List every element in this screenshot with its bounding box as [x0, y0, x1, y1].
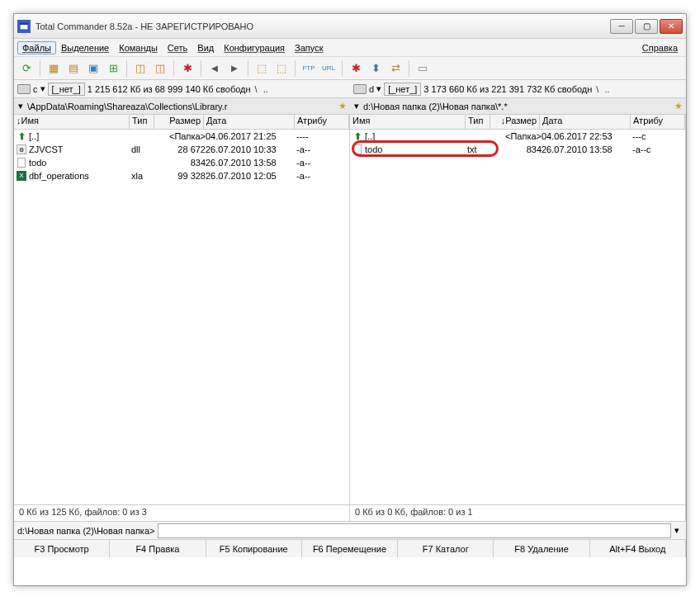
col-ext[interactable]: Тип — [466, 115, 490, 129]
f5-button[interactable]: F5 Копирование — [206, 540, 302, 557]
window-title: Total Commander 8.52a - НЕ ЗАРЕГИСТРИРОВ… — [35, 21, 610, 31]
file-name: todo — [29, 158, 131, 168]
file-date: 26.07.2010 13:58 — [542, 144, 632, 154]
drive-left-dropdown[interactable]: ▾ — [40, 83, 45, 94]
file-name: [..] — [365, 131, 467, 141]
file-name: dbf_operations — [29, 171, 131, 181]
menu-select[interactable]: Выделение — [56, 41, 114, 54]
cmdline-dropdown[interactable]: ▾ — [671, 525, 683, 536]
col-name[interactable]: Имя — [350, 115, 466, 129]
drive-left-free: 1 215 612 Кб из 68 999 140 Кб свободн — [88, 84, 251, 94]
file-size: 834 — [156, 158, 206, 168]
title-bar[interactable]: Total Commander 8.52a - НЕ ЗАРЕГИСТРИРОВ… — [14, 14, 686, 39]
file-name: todo — [365, 144, 467, 154]
invert-icon[interactable]: ✱ — [178, 59, 196, 78]
close-button[interactable]: ✕ — [660, 19, 683, 34]
file-date: 04.06.2017 21:25 — [206, 131, 296, 141]
view-brief-icon[interactable]: ▦ — [45, 59, 63, 78]
file-name: [..] — [29, 131, 131, 141]
menu-net[interactable]: Сеть — [163, 41, 192, 54]
file-ext: xla — [131, 171, 156, 181]
file-row[interactable]: ⬆[..]<Папка>04.06.2017 21:25---- — [14, 130, 349, 143]
multirename-icon[interactable]: ⬍ — [367, 59, 385, 78]
search-icon[interactable]: ✱ — [347, 59, 365, 78]
forward-icon[interactable]: ► — [225, 59, 244, 78]
maximize-button[interactable]: ▢ — [635, 19, 658, 34]
left-panel: ↓Имя Тип Размер Дата Атрибу ⬆[..]<Папка>… — [14, 115, 350, 504]
menu-commands[interactable]: Команды — [114, 41, 163, 54]
col-date[interactable]: Дата — [204, 115, 295, 129]
col-ext[interactable]: Тип — [130, 115, 154, 129]
favorite-left-icon[interactable]: ★ — [337, 101, 348, 111]
col-size[interactable]: ↓Размер — [490, 115, 540, 129]
drive-right-letter[interactable]: d — [369, 84, 374, 94]
file-row[interactable]: ⬆[..]<Папка>04.06.2017 22:53---с — [350, 130, 685, 143]
col-size[interactable]: Размер — [154, 115, 204, 129]
refresh-icon[interactable]: ⟳ — [17, 59, 35, 78]
menu-config[interactable]: Конфигурация — [219, 41, 290, 54]
drive-bar: c ▾ [_нет_] 1 215 612 Кб из 68 999 140 К… — [14, 80, 686, 98]
drive-right-none[interactable]: [_нет_] — [384, 83, 421, 96]
file-attr: ---с — [632, 131, 683, 141]
file-icon: ⬆ — [16, 130, 27, 142]
altf4-button[interactable]: Alt+F4 Выход — [590, 540, 686, 557]
pack-icon[interactable]: ⬚ — [253, 59, 271, 78]
up-right-button[interactable]: .. — [603, 84, 611, 94]
unpack-icon[interactable]: ⬚ — [272, 59, 291, 78]
drive-right-dropdown[interactable]: ▾ — [376, 83, 381, 94]
drive-c-icon — [17, 84, 31, 94]
file-date: 26.07.2010 13:58 — [206, 158, 296, 168]
sort-ext-icon[interactable]: ◫ — [151, 59, 169, 78]
cmdline-input[interactable] — [158, 523, 671, 538]
history-left-dropdown[interactable]: ▾ — [16, 101, 26, 111]
f4-button[interactable]: F4 Правка — [110, 540, 206, 557]
app-icon — [17, 20, 31, 33]
file-row[interactable]: ⚙ZJVCSTdll28 67226.07.2010 10:33-a-- — [14, 143, 349, 156]
view-tree-icon[interactable]: ⊞ — [104, 59, 122, 78]
file-icon: ⚙ — [16, 144, 27, 155]
url-icon[interactable]: URL — [319, 59, 338, 78]
file-row[interactable]: todotxt83426.07.2010 13:58-a--с — [350, 143, 685, 156]
file-name: ZJVCST — [29, 144, 131, 154]
col-date[interactable]: Дата — [540, 115, 631, 129]
path-left[interactable]: \AppData\Roaming\Shareaza\Collections\Li… — [26, 102, 337, 111]
file-size: <Папка> — [492, 131, 542, 141]
col-name[interactable]: ↓Имя — [14, 115, 130, 129]
view-full-icon[interactable]: ▤ — [64, 59, 83, 78]
f6-button[interactable]: F6 Перемещение — [302, 540, 398, 557]
menu-start[interactable]: Запуск — [290, 41, 328, 54]
drive-left-letter[interactable]: c — [33, 84, 38, 94]
file-row[interactable]: todo83426.07.2010 13:58-a-- — [14, 156, 349, 169]
ftp-icon[interactable]: FTP — [300, 59, 318, 78]
f7-button[interactable]: F7 Каталог — [398, 540, 494, 557]
favorite-right-icon[interactable]: ★ — [673, 101, 684, 111]
menu-view[interactable]: Вид — [192, 41, 219, 54]
col-attr[interactable]: Атрибу — [631, 115, 685, 129]
root-right-button[interactable]: \ — [594, 84, 600, 94]
file-ext: dll — [131, 144, 156, 154]
up-left-button[interactable]: .. — [262, 84, 270, 94]
file-row[interactable]: Xdbf_operationsxla99 32826.07.2010 12:05… — [14, 169, 349, 182]
file-attr: -a-- — [296, 158, 348, 168]
drive-left-none[interactable]: [_нет_] — [48, 83, 85, 96]
notepad-icon[interactable]: ▭ — [414, 59, 432, 78]
sync-icon[interactable]: ⇄ — [386, 59, 404, 78]
f8-button[interactable]: F8 Удаление — [494, 540, 589, 557]
menu-files[interactable]: Файлы — [17, 41, 56, 54]
file-icon — [16, 157, 27, 168]
file-attr: -a--с — [632, 144, 683, 154]
file-date: 26.07.2010 10:33 — [206, 144, 296, 154]
file-size: <Папка> — [156, 131, 206, 141]
view-thumbs-icon[interactable]: ▣ — [84, 59, 102, 78]
sort-name-icon[interactable]: ◫ — [131, 59, 149, 78]
minimize-button[interactable]: ─ — [610, 19, 633, 34]
file-ext: txt — [467, 144, 492, 154]
path-right[interactable]: d:\Новая папка (2)\Новая папка\*.* — [362, 102, 673, 111]
root-left-button[interactable]: \ — [253, 84, 259, 94]
file-date: 26.07.2010 12:05 — [206, 171, 296, 181]
menu-help[interactable]: Справка — [637, 41, 683, 54]
back-icon[interactable]: ◄ — [206, 59, 224, 78]
f3-button[interactable]: F3 Просмотр — [14, 540, 110, 557]
col-attr[interactable]: Атрибу — [295, 115, 349, 129]
history-right-dropdown[interactable]: ▾ — [352, 101, 362, 111]
